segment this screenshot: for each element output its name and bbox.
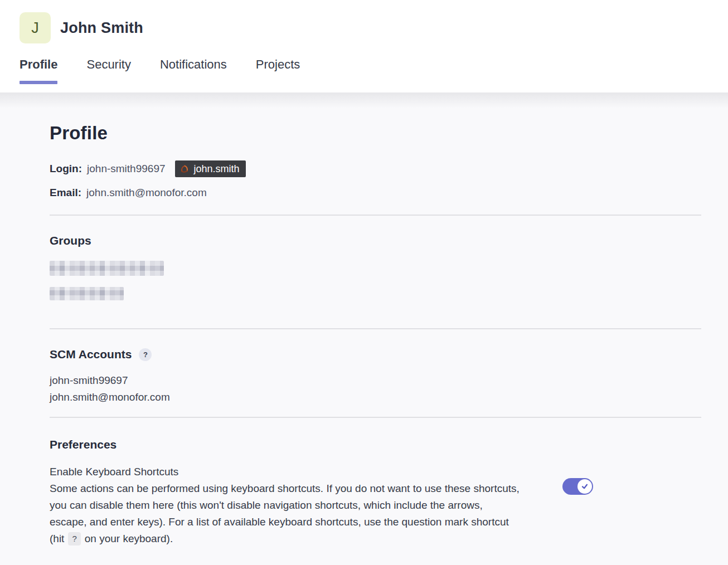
check-icon	[581, 483, 589, 490]
groups-heading: Groups	[50, 234, 728, 247]
help-icon[interactable]: ?	[139, 348, 152, 361]
keyboard-shortcuts-setting: Enable Keyboard Shortcuts Some actions c…	[50, 464, 728, 547]
profile-tabs: Profile Security Notifications Projects	[0, 57, 728, 72]
scm-account: john-smith99697	[50, 372, 728, 389]
section-divider	[50, 328, 701, 329]
email-value: john.smith@monofor.com	[86, 187, 207, 199]
scm-accounts-list: john-smith99697 john.smith@monofor.com	[50, 372, 728, 406]
provider-triangle-knot-icon	[179, 163, 190, 174]
provider-login-label: john.smith	[194, 163, 240, 175]
scm-accounts-heading: SCM Accounts ?	[50, 348, 728, 361]
keyboard-shortcuts-label: Enable Keyboard Shortcuts	[50, 464, 521, 480]
email-row: Email: john.smith@monofor.com	[50, 187, 728, 199]
groups-heading-label: Groups	[50, 234, 91, 247]
avatar: J	[20, 12, 51, 43]
tab-projects[interactable]: Projects	[256, 57, 300, 72]
toggle-knob	[577, 479, 592, 494]
scm-account: john.smith@monofor.com	[50, 389, 728, 406]
group-item-redacted	[50, 287, 124, 300]
tab-profile[interactable]: Profile	[20, 57, 57, 72]
avatar-letter: J	[31, 20, 39, 37]
group-item-redacted	[50, 261, 164, 276]
login-value: john-smith99697	[87, 163, 165, 175]
section-divider	[50, 417, 701, 418]
section-divider	[50, 215, 701, 216]
description-after-kbd: on your keyboard).	[85, 533, 173, 544]
keyboard-shortcuts-description: Some actions can be performed using keyb…	[50, 480, 521, 547]
profile-page: Profile Login: john-smith99697 john.smit…	[0, 123, 728, 547]
kbd-question-mark: ?	[68, 532, 80, 545]
email-label: Email:	[50, 187, 81, 199]
preferences-heading-label: Preferences	[50, 438, 117, 451]
tab-notifications[interactable]: Notifications	[160, 57, 227, 72]
keyboard-shortcuts-toggle[interactable]	[562, 478, 593, 495]
preferences-heading: Preferences	[50, 438, 728, 451]
tab-security[interactable]: Security	[86, 57, 130, 72]
user-header: J John Smith Profile Security Notificati…	[0, 0, 728, 92]
login-row: Login: john-smith99697 john.smith	[50, 160, 728, 177]
scm-accounts-heading-label: SCM Accounts	[50, 348, 132, 361]
identity-provider-badge: john.smith	[175, 160, 246, 177]
page-title: Profile	[50, 123, 728, 144]
user-name: John Smith	[60, 20, 143, 37]
login-label: Login:	[50, 163, 82, 175]
